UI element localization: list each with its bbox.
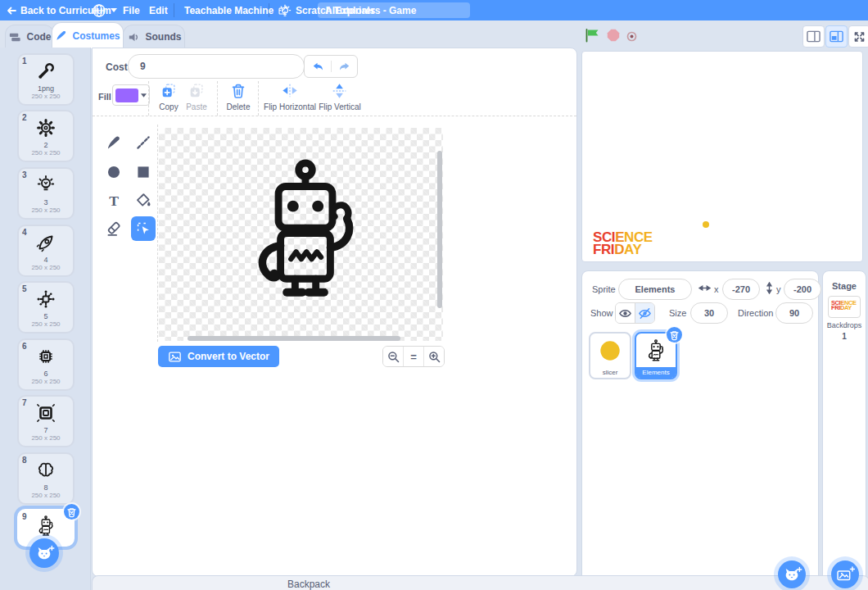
copy-button[interactable]: Copy [153,82,184,111]
flip-horizontal-button[interactable]: Flip Horizontal [261,82,319,111]
costume-item-1[interactable]: 11png250 x 250 [17,53,75,106]
cat-plus-icon [34,544,55,562]
costume-selector: 11png250 x 250 22250 x 250 33250 x 250 4… [0,48,91,590]
tool-eraser[interactable] [102,216,126,241]
redo-icon [338,61,351,72]
fill-color-picker[interactable] [112,84,150,106]
backdrop-thumbnail[interactable]: science friday [828,296,861,318]
costume-item-7[interactable]: 77250 x 250 [17,395,75,447]
tab-costumes[interactable]: Costumes [52,22,124,48]
add-sprite-button[interactable] [778,560,806,588]
project-name-field[interactable]: AIExplorers - Game [318,2,470,18]
costume-item-2[interactable]: 22250 x 250 [17,110,75,162]
robot-icon [35,515,57,537]
robot-costume-image[interactable] [243,157,368,306]
stage-backdrop-panel[interactable]: Stage science friday Backdrops 1 [822,270,866,590]
paste-button[interactable]: Paste [181,82,212,111]
add-backdrop-button[interactable] [831,560,859,588]
menu-divider [174,3,174,17]
zoom-out-button[interactable] [383,347,403,366]
sprite-label: Sprite [592,284,616,294]
image-icon [168,351,182,363]
stage-panel-title: Stage [823,281,866,291]
undo-icon [311,61,324,72]
language-menu[interactable] [92,0,117,20]
small-stage-button[interactable] [802,25,825,48]
backpack-label: Backpack [287,579,330,590]
size-input[interactable]: 30 [690,302,728,324]
paint-canvas[interactable] [159,128,443,341]
undo-button[interactable] [305,61,331,72]
tool-line[interactable] [131,130,156,155]
delete-button[interactable]: Delete [222,82,255,111]
tab-sounds[interactable]: Sounds [123,25,185,48]
green-flag-button[interactable] [584,28,600,43]
costume-item-3[interactable]: 33250 x 250 [17,167,75,220]
show-label: Show [590,308,613,318]
costume-item-6[interactable]: 66250 x 250 [17,338,75,391]
tool-rectangle[interactable] [131,160,156,184]
backdrops-count: 1 [823,332,866,341]
move-vertical-icon [764,282,775,294]
flip-vertical-button[interactable]: Flip Vertical [315,82,364,111]
size-label: Size [669,308,686,318]
backdrop-logo-thumb: science friday [829,297,860,311]
costumes-brush-icon [55,30,67,42]
costume-item-4[interactable]: 44250 x 250 [17,225,75,277]
tool-select-active[interactable] [131,216,156,241]
circle-icon [105,163,123,181]
slicer-sprite-dot[interactable] [703,221,709,228]
y-position-input[interactable]: -200 [784,279,821,300]
trash-icon [669,329,680,341]
delete-sprite-button[interactable] [667,327,682,343]
sprite-thumbnail-slicer[interactable]: slicer [589,332,631,379]
stage[interactable]: science friday [581,51,863,262]
canvas-horizontal-scrollbar[interactable] [188,336,400,341]
convert-to-vector-button[interactable]: Convert to Vector [158,346,279,367]
costume-item-8[interactable]: 88250 x 250 [17,452,75,505]
x-label: x [714,284,719,294]
delete-costume-button[interactable] [64,504,79,520]
stop-sign-icon [606,28,621,43]
large-stage-icon [829,30,844,43]
stop-button[interactable] [606,28,621,43]
tool-text[interactable]: T [102,188,126,213]
gear-icon [35,117,57,138]
direction-label: Direction [738,308,773,318]
teachable-machine-link[interactable]: Teachable Machine [184,0,288,20]
eye-slash-icon [638,306,652,320]
x-position-input[interactable]: -270 [722,279,760,300]
zoom-controls: = [382,346,445,367]
show-sprite-button[interactable] [616,303,635,323]
svg-text:T: T [109,193,119,209]
tab-code[interactable]: Code [5,25,54,48]
zoom-reset-button[interactable]: = [403,347,424,366]
toolbar-bottom-divider [93,116,576,116]
undo-redo-group [304,55,358,78]
network-icon [35,288,57,310]
toolbar-divider [217,81,218,116]
direction-input[interactable]: 90 [775,302,813,324]
redo-button[interactable] [331,61,357,72]
add-costume-button[interactable] [29,538,59,568]
tool-fill[interactable] [131,188,156,213]
toolbar-divider [148,81,149,116]
zoom-in-button[interactable] [424,347,444,366]
sprite-thumbnail-elements-selected[interactable]: Elements [635,332,677,379]
rectangle-icon [134,163,152,181]
tool-circle[interactable] [102,160,126,184]
sprite-name-input[interactable]: Elements [618,279,692,300]
tool-brush[interactable] [102,130,126,155]
canvas-vertical-scrollbar[interactable] [437,151,442,308]
hide-sprite-button-active[interactable] [635,303,654,323]
record-indicator[interactable] [626,30,637,41]
paint-editor: Costume 9 Fill Copy Paste Delete Flip [92,48,577,577]
flip-horizontal-icon [281,82,299,100]
costume-name-input[interactable]: 9 [128,54,305,79]
edit-menu[interactable]: Edit [149,0,168,20]
file-menu[interactable]: File [123,0,140,20]
fullscreen-button[interactable] [848,25,868,48]
backpack-bar[interactable]: Backpack [92,575,868,590]
large-stage-button[interactable] [825,25,848,48]
costume-item-5[interactable]: 55250 x 250 [17,281,75,334]
